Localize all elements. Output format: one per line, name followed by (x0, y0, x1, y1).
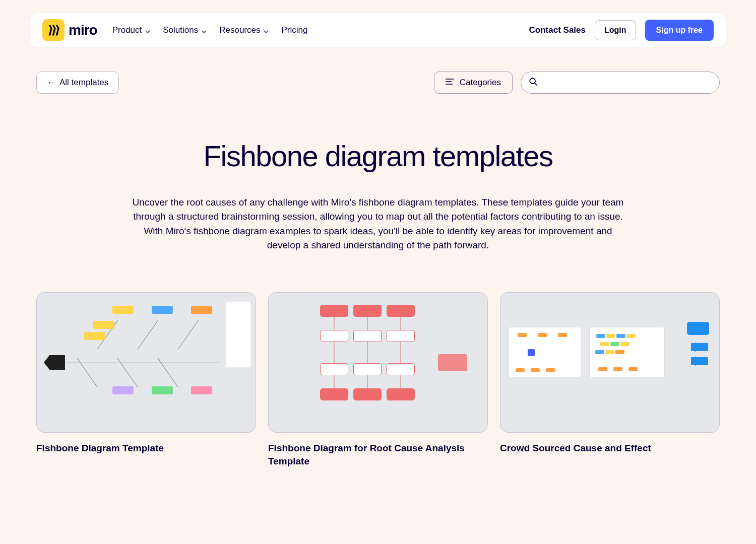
page-description: Uncover the root causes of any challenge… (131, 195, 625, 253)
search-icon (529, 77, 538, 88)
contact-sales-link[interactable]: Contact Sales (529, 25, 586, 35)
chevron-down-icon (201, 27, 207, 33)
page-title: Fishbone diagram templates (131, 140, 625, 172)
hero: Fishbone diagram templates Uncover the r… (121, 140, 635, 253)
search-wrap (521, 72, 720, 94)
nav-solutions[interactable]: Solutions (163, 25, 207, 35)
template-card[interactable]: Fishbone Diagram for Root Cause Analysis… (268, 292, 488, 468)
svg-line-4 (535, 83, 537, 86)
template-thumbnail (36, 292, 256, 433)
signup-button[interactable]: Sign up free (645, 20, 714, 41)
login-button[interactable]: Login (595, 20, 636, 40)
chevron-down-icon (145, 27, 151, 33)
template-card[interactable]: Crowd Sourced Cause and Effect (500, 292, 720, 468)
back-label: All templates (59, 78, 108, 88)
header-right: Contact Sales Login Sign up free (529, 20, 714, 41)
toolbar: ← All templates Categories (36, 72, 720, 94)
categories-label: Categories (460, 78, 501, 88)
chevron-down-icon (263, 27, 269, 33)
template-thumbnail (500, 292, 720, 433)
nav-product-label: Product (112, 25, 142, 35)
nav-resources[interactable]: Resources (219, 25, 269, 35)
logo-text: miro (69, 22, 97, 38)
header-left: miro Product Solutions Resources Pricing (42, 19, 307, 41)
nav-solutions-label: Solutions (163, 25, 198, 35)
template-card[interactable]: Fishbone Diagram Template (36, 292, 256, 468)
categories-button[interactable]: Categories (434, 72, 513, 94)
svg-point-3 (530, 78, 535, 84)
nav-pricing[interactable]: Pricing (281, 25, 307, 35)
logo[interactable]: miro (42, 19, 97, 41)
list-icon (446, 78, 454, 88)
search-input[interactable] (521, 72, 720, 94)
main-nav: Product Solutions Resources Pricing (112, 25, 308, 35)
nav-product[interactable]: Product (112, 25, 151, 35)
logo-mark-icon (42, 19, 65, 41)
template-title: Fishbone Diagram for Root Cause Analysis… (268, 442, 488, 467)
back-all-templates-button[interactable]: ← All templates (36, 72, 119, 94)
template-thumbnail (268, 292, 488, 433)
site-header: miro Product Solutions Resources Pricing… (30, 13, 726, 47)
template-title: Crowd Sourced Cause and Effect (500, 442, 720, 455)
nav-pricing-label: Pricing (281, 25, 307, 35)
template-grid: Fishbone Diagram Template Fishbone Diag (36, 292, 720, 468)
template-title: Fishbone Diagram Template (36, 442, 256, 455)
arrow-left-icon: ← (47, 78, 55, 88)
toolbar-right: Categories (434, 72, 720, 94)
nav-resources-label: Resources (219, 25, 260, 35)
